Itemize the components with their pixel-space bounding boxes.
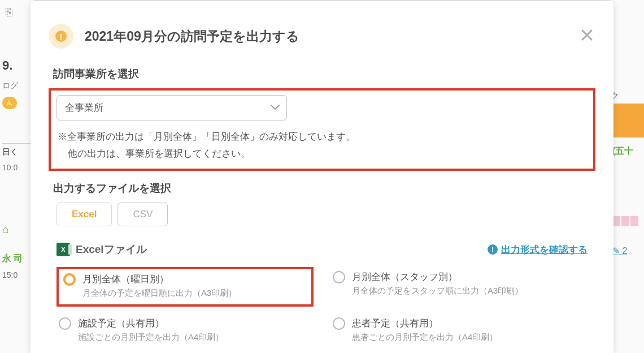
office-select[interactable]: 全事業所: [56, 95, 287, 120]
option-patient-schedule[interactable]: 患者予定（共有用） 患者ごとの月別予定を出力（A4印刷）: [330, 313, 588, 346]
bg-green-text: 永 司: [2, 253, 32, 265]
close-icon: [581, 29, 593, 41]
background-left-strip: ⎘ 9. ログ #. 日く 10:0 ⌂ 永 司 15:0: [0, 0, 34, 353]
bg-date: 9.: [2, 58, 32, 73]
bg-orange-block: [610, 104, 644, 137]
radio-icon: [333, 317, 345, 330]
option-title: 患者予定（共有用）: [352, 317, 498, 330]
modal-header: ! 2021年09月分の訪問予定を出力する: [49, 24, 595, 49]
file-section-header: X Excelファイル ! 出力形式を確認する: [56, 242, 588, 257]
background-right-strip: ク (五十 ✎ 2: [610, 0, 644, 353]
info-icon: !: [488, 244, 498, 255]
check-format-link[interactable]: ! 出力形式を確認する: [488, 243, 588, 256]
office-note-line1: ※全事業所の出力は「月別全体」「日別全体」のみ対応しています。: [58, 128, 588, 145]
option-title: 月別全体（スタッフ別）: [352, 270, 523, 283]
format-tabs: Excel CSV: [56, 203, 595, 226]
bg-edit-link: ✎ 2: [610, 243, 644, 259]
option-desc: 患者ごとの月別予定を出力（A4印刷）: [352, 332, 498, 343]
bg-time-15: 15:0: [2, 270, 32, 279]
logout-icon: ⎘: [6, 6, 28, 19]
option-desc: 施設ごとの月別予定を出力（A4印刷）: [78, 332, 224, 343]
modal-title: 2021年09月分の訪問予定を出力する: [85, 28, 299, 45]
alert-icon: !: [55, 31, 67, 42]
office-section-label: 訪問事業所を選択: [53, 67, 595, 81]
home-icon: ⌂: [2, 223, 32, 236]
option-title: 月別全体（曜日別）: [82, 273, 237, 286]
export-options: 月別全体（曜日別） 月全体の予定を曜日順に出力（A3印刷） 月別全体（スタッフ別…: [56, 267, 588, 346]
office-note: ※全事業所の出力は「月別全体」「日別全体」のみ対応しています。 他の出力は、事業…: [56, 128, 588, 162]
excel-icon: X: [56, 243, 70, 256]
office-select-highlight-box: 全事業所 ※全事業所の出力は「月別全体」「日別全体」のみ対応しています。 他の出…: [49, 88, 595, 171]
option-desc: 月全体の予定を曜日順に出力（A3印刷）: [82, 288, 237, 299]
option-facility-schedule[interactable]: 施設予定（共有用） 施設ごとの月別予定を出力（A4印刷）: [56, 313, 314, 346]
radio-icon: [333, 271, 345, 283]
office-note-line2: 他の出力は、事業所を選択してください。: [58, 145, 588, 162]
close-button[interactable]: [578, 26, 595, 46]
tab-csv[interactable]: CSV: [118, 203, 168, 226]
option-title: 施設予定（共有用）: [78, 317, 224, 330]
office-select-value[interactable]: 全事業所: [56, 95, 287, 120]
bg-right-ku: ク: [610, 91, 644, 102]
radio-icon: [59, 317, 71, 330]
bg-time-10: 10:0: [2, 163, 32, 172]
file-section-title: Excelファイル: [76, 242, 147, 257]
bg-text-hiku: 日く: [2, 143, 31, 157]
tab-excel[interactable]: Excel: [56, 203, 112, 226]
file-section-label: 出力するファイルを選択: [53, 181, 595, 196]
alert-badge: !: [49, 24, 73, 49]
export-modal: ! 2021年09月分の訪問予定を出力する 訪問事業所を選択 全事業所 ※全事業…: [31, 1, 613, 353]
option-desc: 月全体の予定をスタッフ順に出力（A3印刷）: [352, 286, 523, 296]
bg-text-log: ログ: [2, 81, 32, 91]
option-monthly-by-staff[interactable]: 月別全体（スタッフ別） 月全体の予定をスタッフ順に出力（A3印刷）: [330, 267, 588, 307]
radio-selected-icon: [63, 273, 76, 286]
bg-pink-blocks: [610, 216, 644, 226]
bg-pill: #.: [2, 97, 17, 109]
bg-right-green: (五十: [610, 143, 644, 160]
option-monthly-by-day[interactable]: 月別全体（曜日別） 月全体の予定を曜日順に出力（A3印刷）: [56, 267, 314, 307]
check-format-label: 出力形式を確認する: [501, 243, 588, 256]
